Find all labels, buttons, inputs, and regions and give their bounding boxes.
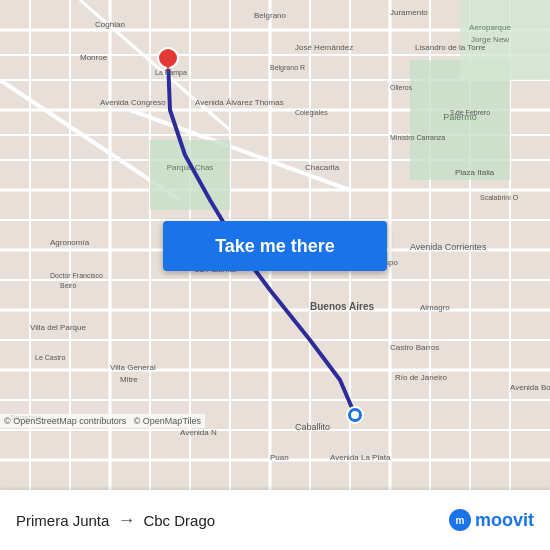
- route-info: Primera Junta → Cbc Drago: [16, 510, 215, 531]
- svg-text:Buenos Aires: Buenos Aires: [310, 301, 375, 312]
- svg-text:Beiró: Beiró: [60, 282, 76, 289]
- svg-text:Colegiales: Colegiales: [295, 109, 328, 117]
- osm-attribution: © OpenStreetMap contributors: [4, 416, 126, 426]
- svg-text:La Pampa: La Pampa: [155, 69, 187, 77]
- svg-point-43: [351, 411, 359, 419]
- svg-text:Villa General: Villa General: [110, 363, 156, 372]
- map-attribution: © OpenStreetMap contributors © OpenMapTi…: [0, 414, 205, 428]
- svg-text:Le Castro: Le Castro: [35, 354, 65, 361]
- svg-text:Scalabrini O: Scalabrini O: [480, 194, 519, 201]
- svg-text:Belgrano: Belgrano: [254, 11, 287, 20]
- svg-text:Olleros: Olleros: [390, 84, 413, 91]
- svg-text:Caballito: Caballito: [295, 422, 330, 432]
- svg-text:Juramento: Juramento: [390, 8, 428, 17]
- take-me-there-button[interactable]: Take me there: [163, 221, 387, 271]
- svg-text:Agronomía: Agronomía: [50, 238, 90, 247]
- map-container: Parque Chas Palermo Aeroparque Jorge New…: [0, 0, 550, 490]
- moovit-brand-text: moovit: [475, 510, 534, 531]
- origin-station: Primera Junta: [16, 512, 109, 529]
- svg-text:Avenida Corrientes: Avenida Corrientes: [410, 242, 487, 252]
- svg-text:Aeroparque: Aeroparque: [469, 23, 511, 32]
- svg-text:Ministro Carranza: Ministro Carranza: [390, 134, 445, 141]
- svg-text:Río de Janeiro: Río de Janeiro: [395, 373, 448, 382]
- svg-text:Plaza Italia: Plaza Italia: [455, 168, 495, 177]
- svg-text:Avenida Congreso: Avenida Congreso: [100, 98, 166, 107]
- svg-text:Almagro: Almagro: [420, 303, 450, 312]
- svg-text:Avenida Boedo: Avenida Boedo: [510, 383, 550, 392]
- svg-text:3 de Febrero: 3 de Febrero: [450, 109, 490, 116]
- svg-text:Belgrano R: Belgrano R: [270, 64, 305, 72]
- svg-text:Puan: Puan: [270, 453, 289, 462]
- moovit-logo: m moovit: [449, 509, 534, 531]
- route-arrow-icon: →: [117, 510, 135, 531]
- svg-text:Lisandro de la Torre: Lisandro de la Torre: [415, 43, 486, 52]
- svg-text:Avenida La Plata: Avenida La Plata: [330, 453, 391, 462]
- svg-text:Villa del Parque: Villa del Parque: [30, 323, 86, 332]
- svg-rect-33: [150, 140, 230, 210]
- svg-text:Chacarita: Chacarita: [305, 163, 340, 172]
- destination-station: Cbc Drago: [143, 512, 215, 529]
- svg-text:Avenida Álvarez Thomas: Avenida Álvarez Thomas: [195, 98, 284, 107]
- svg-text:Castro Barros: Castro Barros: [390, 343, 439, 352]
- svg-text:Avenida N: Avenida N: [180, 428, 217, 437]
- svg-text:José Hernández: José Hernández: [295, 43, 353, 52]
- svg-text:Coghlan: Coghlan: [95, 20, 125, 29]
- svg-text:Monroe: Monroe: [80, 53, 108, 62]
- svg-text:Mitre: Mitre: [120, 375, 138, 384]
- tiles-attribution: © OpenMapTiles: [134, 416, 201, 426]
- svg-text:m: m: [456, 515, 465, 526]
- bottom-bar: Primera Junta → Cbc Drago m moovit: [0, 490, 550, 550]
- svg-text:Doctor Francisco: Doctor Francisco: [50, 272, 103, 279]
- moovit-logo-icon: m: [449, 509, 471, 531]
